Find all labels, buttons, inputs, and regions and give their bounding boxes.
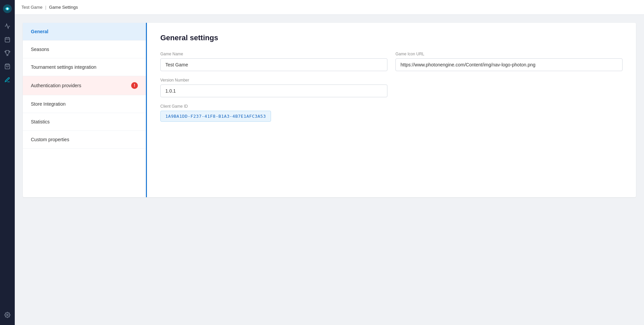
nav-item-custom[interactable]: Custom properties (23, 131, 146, 149)
pencil-nav-item[interactable] (1, 74, 13, 86)
nav-item-statistics-label: Statistics (31, 119, 50, 124)
breadcrumb: Test Game | Game Settings (21, 5, 78, 10)
nav-item-auth[interactable]: Authentication providers ! (23, 76, 146, 95)
game-name-input[interactable] (160, 58, 387, 71)
gear-nav-item[interactable] (1, 309, 13, 321)
game-icon-input[interactable] (395, 58, 623, 71)
page-title: General settings (160, 34, 623, 42)
form-row-3: Client Game ID 1A9BA1DD-F237-41F8-B1A3-4… (160, 104, 623, 122)
breadcrumb-separator: | (45, 5, 46, 10)
version-label: Version Number (160, 78, 387, 83)
form-group-version: Version Number (160, 78, 387, 97)
nav-item-seasons[interactable]: Seasons (23, 41, 146, 58)
svg-point-9 (7, 314, 8, 316)
nav-item-store-label: Store Integration (31, 101, 66, 107)
svg-point-1 (6, 8, 8, 10)
form-group-game-icon: Game Icon URL (395, 52, 623, 71)
trophy-nav-item[interactable] (1, 47, 13, 59)
form-group-game-name: Game Name (160, 52, 387, 71)
nav-item-tournament-label: Tournament settings integration (31, 64, 96, 70)
content-area: General Seasons Tournament settings inte… (15, 15, 644, 325)
form-group-client-id: Client Game ID 1A9BA1DD-F237-41F8-B1A3-4… (160, 104, 623, 122)
top-header: Test Game | Game Settings (15, 0, 644, 15)
version-input[interactable] (160, 85, 387, 97)
nav-item-custom-label: Custom properties (31, 137, 69, 142)
nav-item-general-label: General (31, 29, 48, 34)
nav-item-auth-label: Authentication providers (31, 83, 81, 88)
game-icon-label: Game Icon URL (395, 52, 623, 56)
app-logo (1, 3, 13, 15)
store-nav-item[interactable] (1, 60, 13, 72)
form-row-2: Version Number (160, 78, 623, 97)
settings-container: General Seasons Tournament settings inte… (23, 23, 636, 197)
nav-item-general[interactable]: General (23, 23, 146, 41)
client-id-value: 1A9BA1DD-F237-41F8-B1A3-4B7E1AFC3A53 (160, 111, 271, 122)
main-area: Test Game | Game Settings General Season… (15, 0, 644, 325)
auth-error-badge: ! (131, 82, 138, 89)
settings-nav: General Seasons Tournament settings inte… (23, 23, 147, 197)
breadcrumb-current: Game Settings (49, 5, 78, 10)
form-row-1: Game Name Game Icon URL (160, 52, 623, 71)
analytics-nav-item[interactable] (1, 20, 13, 32)
breadcrumb-parent[interactable]: Test Game (21, 5, 43, 10)
nav-item-seasons-label: Seasons (31, 47, 49, 52)
calendar-nav-item[interactable] (1, 34, 13, 46)
game-name-label: Game Name (160, 52, 387, 56)
nav-item-store[interactable]: Store Integration (23, 95, 146, 113)
nav-sidebar (0, 0, 15, 325)
client-id-label: Client Game ID (160, 104, 623, 109)
nav-item-tournament[interactable]: Tournament settings integration (23, 58, 146, 76)
nav-item-statistics[interactable]: Statistics (23, 113, 146, 131)
svg-rect-2 (5, 38, 10, 42)
settings-content: General settings Game Name Game Icon URL (147, 23, 636, 197)
